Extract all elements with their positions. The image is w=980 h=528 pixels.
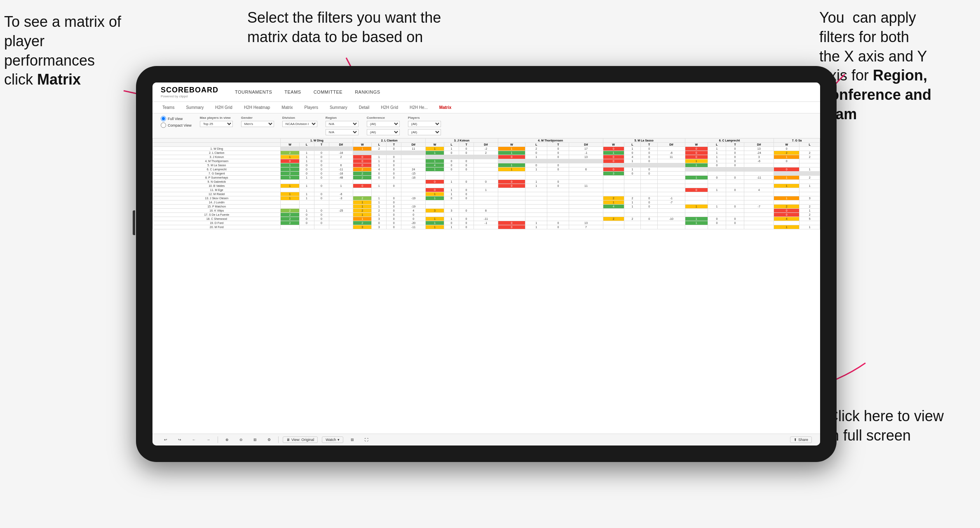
- matrix-cell: -48: [329, 176, 353, 180]
- conference-select[interactable]: (All): [367, 121, 400, 127]
- players-select2[interactable]: (All): [408, 129, 441, 135]
- forward-btn[interactable]: →: [203, 437, 213, 443]
- view-original-btn[interactable]: 🖥 View: Original: [283, 436, 318, 443]
- fit-btn[interactable]: ⊞: [250, 437, 260, 443]
- matrix-cell: [498, 188, 525, 192]
- matrix-cell: 0: [685, 151, 708, 155]
- nav-tournaments[interactable]: TOURNAMENTS: [235, 90, 272, 94]
- expand-icon[interactable]: ⛶: [361, 437, 372, 443]
- compact-view-radio[interactable]: [161, 123, 166, 128]
- matrix-cell: -15: [401, 172, 426, 176]
- share-btn[interactable]: ⬆ Share: [790, 436, 812, 443]
- matrix-cell: 0: [281, 159, 299, 163]
- full-view-radio[interactable]: [161, 116, 166, 121]
- watch-btn[interactable]: Watch ▾: [322, 436, 343, 443]
- matrix-cell: 3: [799, 196, 820, 200]
- subnav-matrix[interactable]: Matrix: [280, 104, 294, 111]
- subnav-h2hhe[interactable]: H2H He...: [408, 104, 429, 111]
- matrix-cell: 0: [685, 147, 708, 151]
- subnav-h2h-grid2[interactable]: H2H Grid: [379, 104, 400, 111]
- subnav-h2h-heatmap[interactable]: H2H Heatmap: [242, 104, 272, 111]
- matrix-cell: 6: [569, 167, 603, 172]
- zoom-btn[interactable]: ⊕: [222, 437, 232, 443]
- minus-btn[interactable]: ⊖: [236, 437, 246, 443]
- matrix-cell: [658, 147, 685, 151]
- subnav-summary2[interactable]: Summary: [328, 104, 349, 111]
- matrix-cell: [658, 172, 685, 176]
- full-view-option[interactable]: Full View: [161, 116, 192, 121]
- matrix-cell: [658, 209, 685, 213]
- share-label: Share: [798, 438, 808, 442]
- matrix-cell: 1: [444, 192, 459, 196]
- subnav-h2h-grid[interactable]: H2H Grid: [213, 104, 234, 111]
- table-row: 6. C Lamprecht100-1124024100110601001: [153, 167, 820, 172]
- matrix-cell: -1: [658, 196, 685, 200]
- matrix-cell: -19: [401, 205, 426, 209]
- matrix-cell: [299, 200, 314, 205]
- th-wding: 1. W Ding: [281, 139, 353, 143]
- table-row: 9. N Gabrelcik0100010: [153, 180, 820, 184]
- matrix-cell: [353, 192, 372, 196]
- matrix-cell: 0: [685, 188, 708, 192]
- matrix-cell: 1: [281, 163, 299, 167]
- matrix-cell: 0: [314, 184, 329, 188]
- matrix-cell: [547, 192, 569, 196]
- max-players-select[interactable]: Top 25: [200, 121, 233, 127]
- matrix-cell: [685, 213, 708, 217]
- grid-icon[interactable]: ⊞: [347, 437, 357, 443]
- region-select2[interactable]: N/A: [326, 129, 359, 135]
- tablet-frame: SCOREBOARD Powered by clippd TOURNAMENTS…: [136, 66, 837, 462]
- matrix-cell: [426, 172, 444, 176]
- matrix-cell: [426, 176, 444, 180]
- matrix-cell: 5: [281, 176, 299, 180]
- matrix-cell: [603, 192, 624, 196]
- matrix-cell: 0: [387, 167, 401, 172]
- matrix-cell: 2: [329, 155, 353, 159]
- nav-rankings[interactable]: RANKINGS: [355, 90, 380, 94]
- matrix-cell: 2: [372, 147, 387, 151]
- th-l2: L: [372, 143, 387, 147]
- row-label: 9. N Gabrelcik: [153, 180, 281, 184]
- subnav-matrix-active[interactable]: Matrix: [438, 104, 453, 111]
- subnav-teams[interactable]: Teams: [161, 104, 176, 111]
- matrix-cell: 2: [353, 209, 372, 213]
- matrix-cell: [641, 188, 658, 192]
- subnav-detail[interactable]: Detail: [357, 104, 371, 111]
- matrix-cell: 0: [314, 221, 329, 225]
- undo-btn[interactable]: ↩: [161, 437, 171, 443]
- row-label: 19. D Ford: [153, 221, 281, 225]
- conference-select2[interactable]: (All): [367, 129, 400, 135]
- region-select[interactable]: N/A: [326, 121, 359, 127]
- table-row: 8. P Summerhays510-48200-16100-1112: [153, 176, 820, 180]
- matrix-cell: -6: [744, 159, 774, 163]
- subnav-players[interactable]: Players: [303, 104, 320, 111]
- nav-teams[interactable]: TEAMS: [284, 90, 301, 94]
- th-t4: T: [547, 143, 569, 147]
- matrix-cell: [569, 213, 603, 217]
- matrix-cell: [774, 192, 799, 196]
- redo-btn[interactable]: ↪: [175, 437, 185, 443]
- matrix-cell: 1: [708, 147, 726, 151]
- matrix-cell: -24: [744, 151, 774, 155]
- matrix-cell: 1: [525, 221, 547, 225]
- nav-committee[interactable]: COMMITTEE: [314, 90, 343, 94]
- annotation-top-left: To see a matrix of player performances c…: [4, 12, 136, 90]
- gender-select[interactable]: Men's: [241, 121, 274, 127]
- matrix-cell: [624, 184, 641, 188]
- subnav-summary[interactable]: Summary: [184, 104, 205, 111]
- matrix-cell: -16: [329, 172, 353, 176]
- matrix-cell: [525, 196, 547, 200]
- players-select[interactable]: (All): [408, 121, 441, 127]
- tablet-side-button: [133, 210, 135, 235]
- matrix-container: 1. W Ding 2. L Clanton 3. J Koivun 4. M …: [152, 138, 820, 434]
- matrix-cell: [685, 225, 708, 229]
- matrix-cell: 0: [444, 221, 459, 225]
- row-label: 11. M Ege: [153, 188, 281, 192]
- division-select[interactable]: NCAA Division I: [282, 121, 317, 127]
- compact-view-option[interactable]: Compact View: [161, 123, 192, 128]
- matrix-cell: [474, 225, 498, 229]
- matrix-cell: 0: [459, 221, 474, 225]
- back-btn[interactable]: ←: [189, 437, 199, 443]
- settings-icon[interactable]: ⚙: [264, 437, 274, 443]
- row-label: 2. L Clanton: [153, 151, 281, 155]
